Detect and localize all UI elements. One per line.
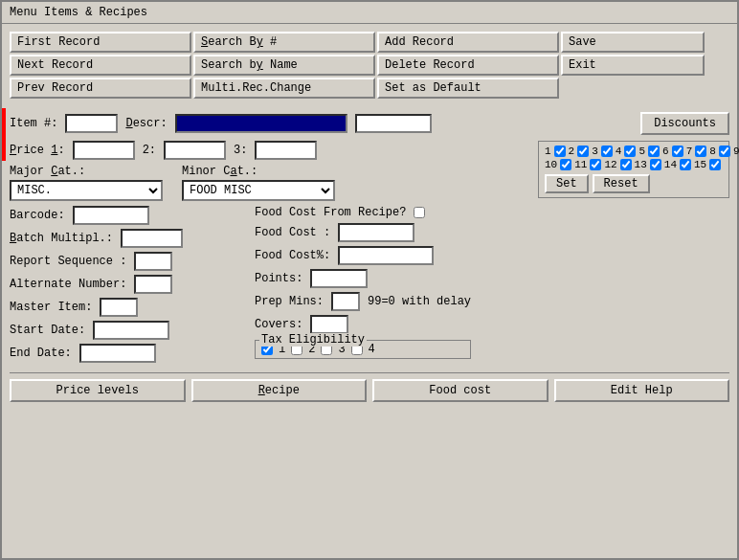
cb-label-3: 3 bbox=[592, 146, 598, 157]
tax4-label: 4 bbox=[369, 343, 375, 356]
set-as-default-button[interactable]: Set as Default bbox=[377, 78, 559, 99]
set-button[interactable]: Set bbox=[545, 174, 589, 193]
food-cost-input[interactable]: 0.0000 bbox=[338, 223, 414, 242]
descr-label: Descr: bbox=[125, 117, 167, 130]
food-cost-label: Food Cost : bbox=[255, 226, 330, 239]
cb-3[interactable] bbox=[601, 146, 613, 157]
checkbox-row-1: 1 2 3 4 5 6 7 8 9 bbox=[545, 146, 723, 157]
cb-label-12: 12 bbox=[604, 159, 616, 170]
search-by-number-button[interactable]: Search By # bbox=[193, 32, 375, 53]
cb-label-4: 4 bbox=[616, 146, 622, 157]
cb-1[interactable] bbox=[554, 146, 566, 157]
start-date-label: Start Date: bbox=[10, 324, 85, 337]
title-bar: Menu Items & Recipes bbox=[2, 2, 737, 24]
checkboxes-panel: 1 2 3 4 5 6 7 8 9 bbox=[538, 141, 729, 198]
main-window: Menu Items & Recipes First Record Search… bbox=[0, 0, 739, 560]
cb-12[interactable] bbox=[620, 159, 632, 170]
food-cost-recipe-checkbox[interactable] bbox=[414, 207, 425, 218]
descr-input[interactable]: SPARKFLY bbox=[175, 114, 347, 133]
cb-label-11: 11 bbox=[574, 159, 587, 170]
cb-2[interactable] bbox=[577, 146, 589, 157]
checkbox-row-2: 10 11 12 13 14 15 bbox=[545, 159, 723, 170]
cb-8[interactable] bbox=[719, 146, 730, 157]
price-levels-button[interactable]: Price levels bbox=[10, 379, 186, 402]
barcode-label: Barcode: bbox=[10, 209, 65, 222]
cb-5[interactable] bbox=[648, 146, 660, 157]
major-cat-select[interactable]: MISC. bbox=[10, 180, 163, 201]
price2-label: 2: bbox=[143, 144, 156, 157]
food-cost-recipe-label: Food Cost From Recipe? bbox=[255, 206, 406, 219]
add-record-button[interactable]: Add Record bbox=[377, 32, 559, 53]
delete-record-button[interactable]: Delete Record bbox=[377, 55, 559, 76]
food-cost-pct-input[interactable]: ---------- bbox=[338, 246, 434, 265]
cb-label-13: 13 bbox=[635, 159, 647, 170]
report-seq-input[interactable]: 0 bbox=[134, 252, 172, 271]
cb-10[interactable] bbox=[560, 159, 571, 170]
end-date-input[interactable]: ../../../.... bbox=[79, 344, 156, 363]
prep-mins-extra: 99=0 with delay bbox=[368, 295, 471, 308]
points-label: Points: bbox=[255, 272, 302, 285]
price1-label: Price 1: bbox=[10, 144, 65, 157]
cb-label-10: 10 bbox=[545, 159, 557, 170]
covers-label: Covers: bbox=[255, 318, 302, 331]
covers-input[interactable]: 0.0 bbox=[310, 315, 348, 334]
end-date-label: End Date: bbox=[10, 347, 72, 360]
search-by-name-button[interactable]: Search by Name bbox=[193, 55, 375, 76]
cb-11[interactable] bbox=[590, 159, 601, 170]
cb-label-15: 15 bbox=[694, 159, 706, 170]
categories-row: Major Cat.: MISC. Minor Cat.: FOOD MISC bbox=[10, 165, 530, 201]
price3-input[interactable]: 0.00 bbox=[255, 141, 317, 160]
tax-legend: Tax Eligibility bbox=[259, 333, 367, 347]
save-button[interactable]: Save bbox=[561, 32, 705, 53]
cb-label-1: 1 bbox=[545, 146, 551, 157]
prep-mins-input[interactable]: 0 bbox=[331, 292, 360, 311]
cb-label-8: 8 bbox=[709, 146, 716, 157]
cb-13[interactable] bbox=[650, 159, 661, 170]
window-title: Menu Items & Recipes bbox=[10, 6, 147, 19]
cb-label-9: 9 bbox=[733, 146, 739, 157]
reset-button[interactable]: Reset bbox=[593, 174, 650, 193]
cb-label-7: 7 bbox=[686, 146, 693, 157]
alt-number-label: Alternate Number: bbox=[10, 278, 126, 291]
discounts-button[interactable]: Discounts bbox=[640, 112, 729, 135]
next-record-button[interactable]: Next Record bbox=[10, 55, 191, 76]
minor-cat-select[interactable]: FOOD MISC bbox=[182, 180, 335, 201]
recipe-button[interactable]: Recipe bbox=[191, 379, 368, 402]
cb-label-2: 2 bbox=[569, 146, 575, 157]
master-item-label: Master Item: bbox=[10, 301, 92, 314]
tax-eligibility-group: Tax Eligibility 1 2 3 4 bbox=[255, 340, 471, 359]
cb-4[interactable] bbox=[624, 146, 636, 157]
start-date-input[interactable]: ../../../.... bbox=[93, 321, 169, 340]
cb-label-6: 6 bbox=[662, 146, 669, 157]
mid-section: Barcode: Batch Multipl.: 1.000 Report Se… bbox=[10, 206, 530, 363]
barcode-input[interactable] bbox=[73, 206, 149, 225]
price-row: Price 1: 0.00 2: 0.00 3: 0.00 bbox=[10, 141, 530, 160]
edit-help-button[interactable]: Edit Help bbox=[554, 379, 730, 402]
cb-label-14: 14 bbox=[664, 159, 677, 170]
set-reset-row: Set Reset bbox=[545, 174, 723, 193]
toolbar: First Record Search By # Add Record Save… bbox=[10, 32, 729, 99]
major-cat-label: Major Cat.: bbox=[10, 165, 163, 178]
alt-number-input[interactable]: 0 bbox=[134, 275, 172, 294]
prep-mins-label: Prep Mins: bbox=[255, 295, 324, 308]
exit-button[interactable]: Exit bbox=[561, 55, 705, 76]
first-record-button[interactable]: First Record bbox=[10, 32, 191, 53]
item-number-input[interactable]: 60 bbox=[65, 114, 118, 133]
price3-label: 3: bbox=[234, 144, 247, 157]
batch-label: Batch Multipl.: bbox=[10, 232, 113, 245]
cb-14[interactable] bbox=[680, 159, 691, 170]
report-seq-label: Report Sequence : bbox=[10, 255, 126, 268]
points-input[interactable]: 0.00 bbox=[310, 269, 368, 288]
batch-input[interactable]: 1.000 bbox=[121, 229, 183, 248]
descr-extra-input[interactable] bbox=[355, 114, 432, 133]
cb-6[interactable] bbox=[672, 146, 683, 157]
cb-15[interactable] bbox=[709, 159, 721, 170]
master-item-input[interactable]: 0 bbox=[100, 298, 138, 317]
cb-label-5: 5 bbox=[638, 146, 645, 157]
price1-input[interactable]: 0.00 bbox=[73, 141, 135, 160]
multi-rec-change-button[interactable]: Multi.Rec.Change bbox=[193, 78, 375, 99]
food-cost-button[interactable]: Food cost bbox=[372, 379, 549, 402]
price2-input[interactable]: 0.00 bbox=[164, 141, 226, 160]
prev-record-button[interactable]: Prev Record bbox=[10, 78, 191, 99]
cb-7[interactable] bbox=[695, 146, 706, 157]
